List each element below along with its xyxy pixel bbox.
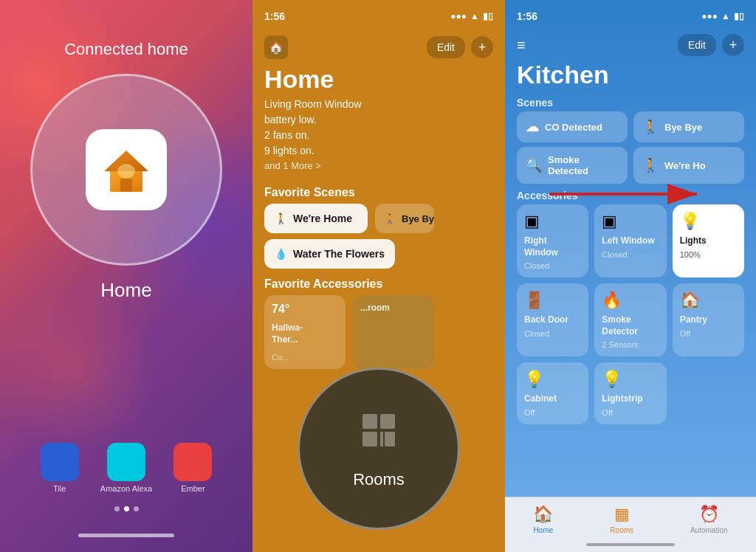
lights-name: Lights	[680, 235, 707, 247]
status-bar-panel2: 1:56 ●●● ▲ ▮▯	[252, 0, 505, 32]
acc-pantry[interactable]: 🏠 Pantry Off	[673, 283, 744, 356]
bottom-app-tile[interactable]: Tile	[41, 443, 79, 493]
tab-rooms-icon: ▦	[614, 505, 630, 524]
p2-header-actions: Edit +	[427, 36, 493, 58]
subtitle-line4: 9 lights on.	[264, 145, 315, 156]
red-arrow-annotation	[549, 183, 712, 205]
home-app-circle[interactable]	[30, 74, 222, 266]
back-door-name: Back Door	[524, 314, 568, 326]
scenes-row2: 🔍 Smoke Detected 🚶 We're Ho	[505, 142, 756, 184]
room-name: ...room	[360, 303, 427, 314]
lightstrip-name: Lightstrip	[602, 393, 642, 405]
tab-bar: 🏠 Home ▦ Rooms ⏰ Automation	[505, 497, 756, 552]
tab-rooms-label: Rooms	[610, 526, 633, 534]
acc-back-door[interactable]: 🚪 Back Door Closed	[517, 283, 588, 356]
svg-rect-5	[380, 414, 395, 429]
smoke-detector-name: Smoke Detector	[602, 314, 659, 337]
house-small-icon: 🏠	[269, 41, 284, 55]
were-home-icon: 🚶	[275, 213, 287, 224]
alexa-app-label: Amazon Alexa	[100, 484, 152, 493]
svg-rect-3	[120, 179, 132, 192]
svg-rect-6	[362, 432, 377, 446]
panel3-nav-header: ≡ Edit +	[505, 32, 756, 56]
favorite-scenes-row1: 🚶 We're Home 🚶 Bye Bye	[252, 204, 505, 233]
home-app-icon[interactable]	[86, 129, 167, 210]
were-home-icon-p3: 🚶	[642, 157, 659, 173]
water-flowers-icon: 💧	[275, 248, 287, 260]
acc-left-window[interactable]: ▣ Left Window Closed	[594, 204, 666, 277]
left-window-sub: Closed	[602, 250, 627, 259]
acc-cabinet[interactable]: 💡 Cabinet Off	[517, 362, 588, 424]
smoke-detector-icon: 🔥	[602, 291, 622, 310]
thermostat-name: Hallwa-Ther...	[272, 322, 338, 345]
hamburger-menu-icon[interactable]: ≡	[517, 37, 526, 54]
battery-icon: ▮▯	[483, 11, 493, 21]
thermostat-temp: 74°	[272, 303, 338, 316]
bottom-apps-row: Tile Amazon Alexa Ember	[0, 443, 252, 493]
p3-home-indicator	[586, 543, 675, 546]
cabinet-icon: 💡	[524, 370, 544, 389]
rooms-circle-overlay[interactable]: Rooms	[298, 368, 460, 530]
status-time-panel3: 1:56	[517, 10, 537, 22]
co-icon: ☁	[526, 119, 539, 135]
status-icons-panel3: ●●● ▲ ▮▯	[701, 11, 744, 21]
bottom-app-alexa[interactable]: Amazon Alexa	[100, 443, 152, 493]
p3-battery-icon: ▮▯	[734, 11, 744, 21]
rooms-icon	[357, 408, 401, 461]
lightstrip-icon: 💡	[602, 370, 622, 389]
co-detected-scene[interactable]: ☁ CO Detected	[517, 111, 628, 142]
rooms-circle-label: Rooms	[353, 470, 405, 489]
lights-sub: 100%	[680, 250, 701, 259]
tab-home[interactable]: 🏠 Home	[533, 505, 553, 534]
bottom-app-ember[interactable]: Ember	[173, 443, 212, 493]
subtitle-line1: Living Room Window	[264, 98, 362, 110]
panel2-nav-header: 🏠 Edit +	[252, 32, 505, 59]
acc-lights[interactable]: 💡 Lights 100%	[673, 204, 744, 277]
smoke-detected-label: Smoke Detected	[548, 154, 619, 176]
bye-bye-scene[interactable]: 🚶 Bye Bye	[633, 111, 744, 142]
svg-rect-7	[385, 432, 395, 446]
subtitle-line2: battery low.	[264, 114, 317, 125]
p3-signal-icon: ●●●	[701, 11, 718, 21]
dot-3	[134, 506, 139, 511]
edit-button-panel3[interactable]: Edit	[678, 34, 716, 56]
edit-button-panel2[interactable]: Edit	[427, 36, 465, 58]
cabinet-name: Cabinet	[524, 393, 557, 405]
smoke-detector-sub: 2 Sensors	[602, 340, 639, 349]
scene-water-flowers-label: Water The Flowers	[293, 248, 385, 260]
home-app-label: Home	[100, 279, 151, 302]
wifi-icon: ▲	[470, 11, 479, 21]
were-home-label-p3: We're Ho	[664, 160, 706, 171]
window-icon-2: ▣	[602, 212, 617, 231]
acc-right-window[interactable]: ▣ Right Window Closed	[517, 204, 588, 277]
status-time-panel2: 1:56	[264, 10, 285, 22]
smoke-detected-scene[interactable]: 🔍 Smoke Detected	[517, 147, 628, 184]
scene-were-home[interactable]: 🚶 We're Home	[264, 204, 368, 233]
accessories-row: 74° Hallwa-Ther... Co... ...room	[252, 295, 505, 369]
status-bar-panel3: 1:56 ●●● ▲ ▮▯	[505, 0, 756, 32]
signal-icon: ●●●	[450, 11, 467, 21]
p3-wifi-icon: ▲	[721, 11, 730, 21]
add-button-panel3[interactable]: +	[722, 34, 744, 56]
scene-water-flowers[interactable]: 💧 Water The Flowers	[264, 239, 395, 269]
scene-bye-bye-partial[interactable]: 🚶 Bye Bye	[375, 204, 434, 233]
acc-tile-room[interactable]: ...room	[353, 295, 434, 369]
panel-home-screen: Connected home	[0, 0, 252, 552]
cabinet-sub: Off	[524, 408, 535, 417]
panel2-more-link[interactable]: and 1 More >	[252, 159, 505, 180]
acc-lightstrip[interactable]: 💡 Lightstrip Off	[594, 362, 666, 424]
pantry-icon: 🏠	[680, 291, 700, 310]
acc-tile-thermostat[interactable]: 74° Hallwa-Ther... Co...	[264, 295, 346, 369]
add-button-panel2[interactable]: +	[471, 36, 493, 58]
p2-home-nav-icon[interactable]: 🏠	[264, 35, 288, 59]
pantry-sub: Off	[680, 329, 690, 338]
favorite-accessories-label: Favorite Accessories	[252, 269, 505, 295]
right-window-name: Right Window	[524, 235, 581, 258]
were-home-scene[interactable]: 🚶 We're Ho	[633, 147, 744, 184]
panel3-title: Kitchen	[505, 56, 756, 92]
acc-smoke-detector[interactable]: 🔥 Smoke Detector 2 Sensors	[594, 283, 666, 356]
subtitle-line3: 2 fans on.	[264, 129, 310, 141]
panel-home-app: 1:56 ●●● ▲ ▮▯ 🏠 Edit + Home Living Room …	[252, 0, 505, 552]
tab-rooms[interactable]: ▦ Rooms	[610, 505, 633, 534]
tab-automation[interactable]: ⏰ Automation	[690, 505, 728, 534]
